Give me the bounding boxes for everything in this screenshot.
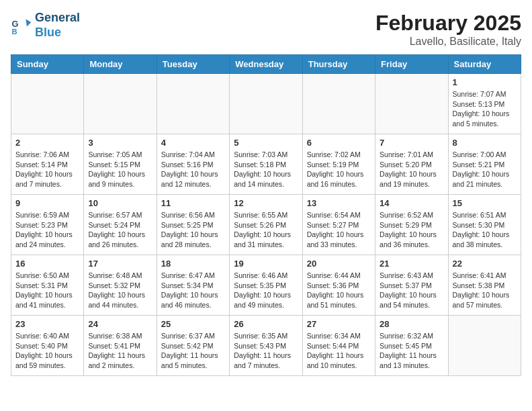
weekday-header-friday: Friday bbox=[375, 55, 448, 74]
title-area: February 2025 Lavello, Basilicate, Italy bbox=[375, 11, 521, 48]
day-info: Sunrise: 6:32 AM Sunset: 5:45 PM Dayligh… bbox=[380, 331, 443, 371]
calendar-cell: 10Sunrise: 6:57 AM Sunset: 5:24 PM Dayli… bbox=[84, 195, 157, 255]
page-header: G B General Blue February 2025 Lavello, … bbox=[11, 11, 521, 48]
day-number: 7 bbox=[380, 138, 443, 148]
day-number: 28 bbox=[380, 319, 443, 329]
day-number: 5 bbox=[234, 138, 298, 148]
day-info: Sunrise: 7:04 AM Sunset: 5:16 PM Dayligh… bbox=[161, 150, 225, 189]
svg-marker-1 bbox=[26, 19, 31, 26]
day-number: 6 bbox=[307, 138, 371, 148]
day-info: Sunrise: 6:34 AM Sunset: 5:44 PM Dayligh… bbox=[307, 331, 371, 371]
day-info: Sunrise: 6:44 AM Sunset: 5:36 PM Dayligh… bbox=[307, 271, 371, 310]
calendar-cell: 7Sunrise: 7:01 AM Sunset: 5:20 PM Daylig… bbox=[375, 134, 448, 195]
day-number: 13 bbox=[307, 198, 371, 208]
day-number: 2 bbox=[15, 138, 79, 148]
day-info: Sunrise: 6:46 AM Sunset: 5:35 PM Dayligh… bbox=[234, 271, 298, 310]
day-number: 11 bbox=[161, 198, 225, 208]
calendar-cell: 13Sunrise: 6:54 AM Sunset: 5:27 PM Dayli… bbox=[302, 195, 375, 255]
calendar-cell: 26Sunrise: 6:35 AM Sunset: 5:43 PM Dayli… bbox=[230, 316, 302, 376]
calendar-cell bbox=[84, 74, 157, 134]
day-info: Sunrise: 6:43 AM Sunset: 5:37 PM Dayligh… bbox=[380, 271, 443, 310]
day-number: 15 bbox=[453, 198, 517, 208]
week-row-2: 2Sunrise: 7:06 AM Sunset: 5:14 PM Daylig… bbox=[11, 134, 521, 195]
weekday-header-sunday: Sunday bbox=[11, 55, 84, 74]
day-info: Sunrise: 6:35 AM Sunset: 5:43 PM Dayligh… bbox=[234, 331, 298, 371]
week-row-3: 9Sunrise: 6:59 AM Sunset: 5:23 PM Daylig… bbox=[11, 195, 521, 255]
calendar-cell: 3Sunrise: 7:05 AM Sunset: 5:15 PM Daylig… bbox=[84, 134, 157, 195]
day-info: Sunrise: 7:07 AM Sunset: 5:13 PM Dayligh… bbox=[453, 89, 517, 129]
day-number: 8 bbox=[453, 138, 517, 148]
calendar-cell: 22Sunrise: 6:41 AM Sunset: 5:38 PM Dayli… bbox=[448, 255, 521, 316]
svg-text:B: B bbox=[12, 27, 17, 35]
calendar-cell: 19Sunrise: 6:46 AM Sunset: 5:35 PM Dayli… bbox=[230, 255, 302, 316]
day-info: Sunrise: 6:51 AM Sunset: 5:30 PM Dayligh… bbox=[453, 210, 517, 250]
day-info: Sunrise: 7:01 AM Sunset: 5:20 PM Dayligh… bbox=[380, 150, 443, 189]
day-number: 22 bbox=[453, 259, 517, 269]
day-info: Sunrise: 6:50 AM Sunset: 5:31 PM Dayligh… bbox=[15, 271, 79, 310]
day-number: 23 bbox=[15, 319, 79, 329]
logo-blue: Blue bbox=[35, 26, 80, 40]
calendar-cell: 25Sunrise: 6:37 AM Sunset: 5:42 PM Dayli… bbox=[157, 316, 229, 376]
calendar-table: SundayMondayTuesdayWednesdayThursdayFrid… bbox=[11, 54, 521, 376]
calendar-cell bbox=[448, 316, 521, 376]
calendar-cell: 28Sunrise: 6:32 AM Sunset: 5:45 PM Dayli… bbox=[375, 316, 448, 376]
week-row-1: 1Sunrise: 7:07 AM Sunset: 5:13 PM Daylig… bbox=[11, 74, 521, 134]
day-info: Sunrise: 6:52 AM Sunset: 5:29 PM Dayligh… bbox=[380, 210, 443, 250]
day-number: 18 bbox=[161, 259, 225, 269]
week-row-5: 23Sunrise: 6:40 AM Sunset: 5:40 PM Dayli… bbox=[11, 316, 521, 376]
calendar-cell: 1Sunrise: 7:07 AM Sunset: 5:13 PM Daylig… bbox=[448, 74, 521, 134]
weekday-header-wednesday: Wednesday bbox=[230, 55, 302, 74]
day-info: Sunrise: 7:06 AM Sunset: 5:14 PM Dayligh… bbox=[15, 150, 79, 189]
week-row-4: 16Sunrise: 6:50 AM Sunset: 5:31 PM Dayli… bbox=[11, 255, 521, 316]
calendar-cell: 27Sunrise: 6:34 AM Sunset: 5:44 PM Dayli… bbox=[302, 316, 375, 376]
day-number: 16 bbox=[15, 259, 79, 269]
calendar-cell: 4Sunrise: 7:04 AM Sunset: 5:16 PM Daylig… bbox=[157, 134, 229, 195]
day-info: Sunrise: 6:56 AM Sunset: 5:25 PM Dayligh… bbox=[161, 210, 225, 250]
calendar-cell: 23Sunrise: 6:40 AM Sunset: 5:40 PM Dayli… bbox=[11, 316, 84, 376]
calendar-cell: 12Sunrise: 6:55 AM Sunset: 5:26 PM Dayli… bbox=[230, 195, 302, 255]
calendar-cell: 24Sunrise: 6:38 AM Sunset: 5:41 PM Dayli… bbox=[84, 316, 157, 376]
logo: G B General Blue bbox=[11, 11, 80, 40]
calendar-cell bbox=[375, 74, 448, 134]
day-number: 20 bbox=[307, 259, 371, 269]
calendar-cell: 16Sunrise: 6:50 AM Sunset: 5:31 PM Dayli… bbox=[11, 255, 84, 316]
day-info: Sunrise: 7:00 AM Sunset: 5:21 PM Dayligh… bbox=[453, 150, 517, 189]
day-number: 27 bbox=[307, 319, 371, 329]
weekday-header-row: SundayMondayTuesdayWednesdayThursdayFrid… bbox=[11, 55, 521, 74]
day-number: 24 bbox=[88, 319, 152, 329]
day-info: Sunrise: 6:47 AM Sunset: 5:34 PM Dayligh… bbox=[161, 271, 225, 310]
calendar-cell: 9Sunrise: 6:59 AM Sunset: 5:23 PM Daylig… bbox=[11, 195, 84, 255]
day-info: Sunrise: 6:57 AM Sunset: 5:24 PM Dayligh… bbox=[88, 210, 152, 250]
day-number: 26 bbox=[234, 319, 298, 329]
day-number: 9 bbox=[15, 198, 79, 208]
day-number: 10 bbox=[88, 198, 152, 208]
calendar-cell: 15Sunrise: 6:51 AM Sunset: 5:30 PM Dayli… bbox=[448, 195, 521, 255]
calendar-cell: 6Sunrise: 7:02 AM Sunset: 5:19 PM Daylig… bbox=[302, 134, 375, 195]
location-title: Lavello, Basilicate, Italy bbox=[375, 36, 521, 48]
day-number: 12 bbox=[234, 198, 298, 208]
weekday-header-thursday: Thursday bbox=[302, 55, 375, 74]
day-info: Sunrise: 6:38 AM Sunset: 5:41 PM Dayligh… bbox=[88, 331, 152, 371]
calendar-cell: 14Sunrise: 6:52 AM Sunset: 5:29 PM Dayli… bbox=[375, 195, 448, 255]
day-number: 4 bbox=[161, 138, 225, 148]
calendar-cell: 2Sunrise: 7:06 AM Sunset: 5:14 PM Daylig… bbox=[11, 134, 84, 195]
calendar-cell: 8Sunrise: 7:00 AM Sunset: 5:21 PM Daylig… bbox=[448, 134, 521, 195]
calendar-cell bbox=[302, 74, 375, 134]
day-info: Sunrise: 7:05 AM Sunset: 5:15 PM Dayligh… bbox=[88, 150, 152, 189]
day-info: Sunrise: 6:40 AM Sunset: 5:40 PM Dayligh… bbox=[15, 331, 79, 371]
calendar-cell bbox=[11, 74, 84, 134]
day-number: 25 bbox=[161, 319, 225, 329]
day-info: Sunrise: 6:54 AM Sunset: 5:27 PM Dayligh… bbox=[307, 210, 371, 250]
day-number: 19 bbox=[234, 259, 298, 269]
weekday-header-tuesday: Tuesday bbox=[157, 55, 229, 74]
day-info: Sunrise: 7:02 AM Sunset: 5:19 PM Dayligh… bbox=[307, 150, 371, 189]
calendar-cell: 21Sunrise: 6:43 AM Sunset: 5:37 PM Dayli… bbox=[375, 255, 448, 316]
day-number: 21 bbox=[380, 259, 443, 269]
day-info: Sunrise: 6:59 AM Sunset: 5:23 PM Dayligh… bbox=[15, 210, 79, 250]
calendar-cell bbox=[157, 74, 229, 134]
day-info: Sunrise: 6:37 AM Sunset: 5:42 PM Dayligh… bbox=[161, 331, 225, 371]
day-info: Sunrise: 6:48 AM Sunset: 5:32 PM Dayligh… bbox=[88, 271, 152, 310]
calendar-cell bbox=[230, 74, 302, 134]
calendar-cell: 5Sunrise: 7:03 AM Sunset: 5:18 PM Daylig… bbox=[230, 134, 302, 195]
weekday-header-monday: Monday bbox=[84, 55, 157, 74]
